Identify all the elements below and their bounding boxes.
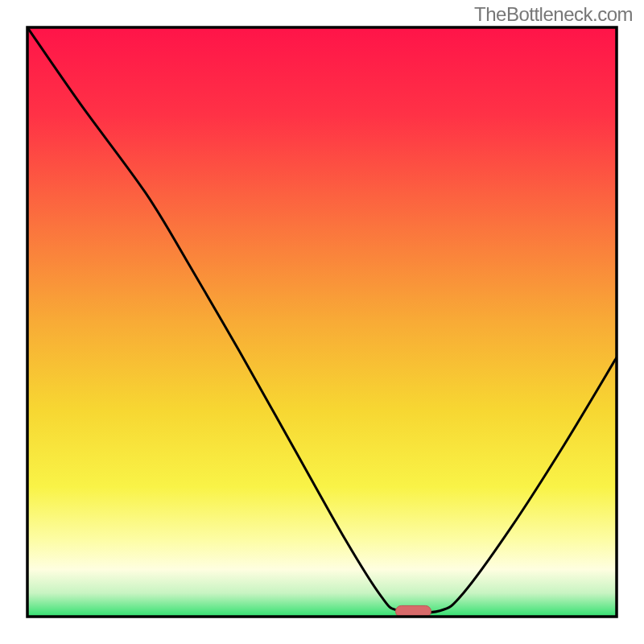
chart-svg — [0, 0, 644, 644]
plot-background — [27, 27, 617, 617]
watermark-text: TheBottleneck.com — [474, 3, 633, 26]
